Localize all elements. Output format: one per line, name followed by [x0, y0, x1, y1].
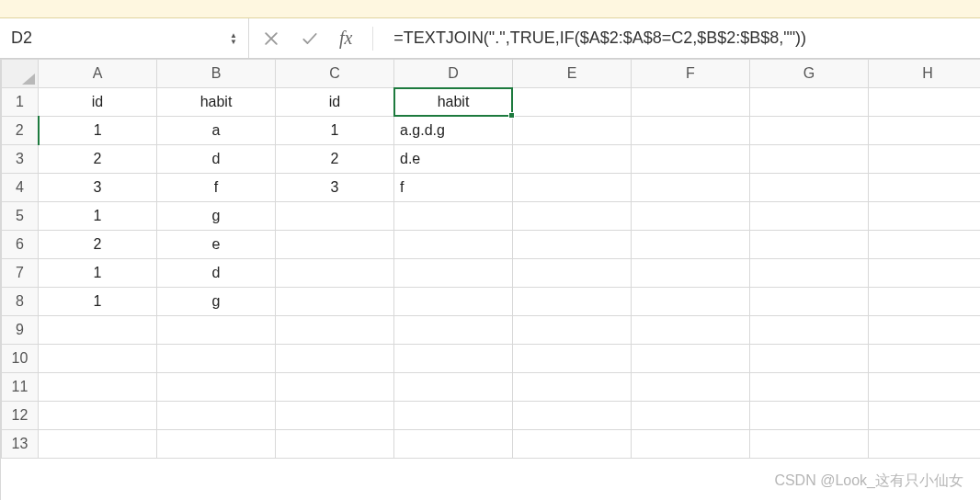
cell-G4[interactable] [750, 174, 869, 202]
cell-D7[interactable] [394, 259, 513, 288]
cell-B8[interactable]: g [157, 288, 276, 316]
row-head-10[interactable]: 10 [2, 345, 39, 373]
cell-B11[interactable] [157, 373, 276, 402]
formula-input[interactable] [386, 28, 980, 48]
cancel-icon[interactable] [262, 29, 280, 48]
cell-B9[interactable] [157, 316, 276, 345]
cell-A11[interactable] [39, 373, 157, 402]
col-head-A[interactable]: A [39, 60, 157, 88]
select-all-corner[interactable] [2, 60, 39, 88]
row-head-5[interactable]: 5 [2, 202, 39, 231]
cell-F13[interactable] [632, 430, 750, 459]
row-head-6[interactable]: 6 [2, 231, 39, 259]
col-head-E[interactable]: E [513, 60, 632, 88]
row-head-1[interactable]: 1 [2, 88, 39, 117]
fx-icon[interactable]: fx [339, 28, 352, 49]
cell-G13[interactable] [750, 430, 869, 459]
cell-G11[interactable] [750, 373, 869, 402]
cell-F9[interactable] [632, 316, 750, 345]
cell-E9[interactable] [513, 316, 632, 345]
cell-F5[interactable] [632, 202, 750, 231]
cell-C4[interactable]: 3 [276, 174, 394, 202]
col-head-C[interactable]: C [276, 60, 394, 88]
cell-E4[interactable] [513, 174, 632, 202]
cell-D11[interactable] [394, 373, 513, 402]
row-head-8[interactable]: 8 [2, 288, 39, 316]
cell-B2[interactable]: a [157, 117, 276, 145]
cell-H13[interactable] [869, 430, 981, 459]
cell-G2[interactable] [750, 117, 869, 145]
cell-B4[interactable]: f [157, 174, 276, 202]
spinner-down-icon[interactable]: ▼ [230, 39, 237, 45]
cell-F11[interactable] [632, 373, 750, 402]
cell-G12[interactable] [750, 402, 869, 430]
cell-H2[interactable] [869, 117, 981, 145]
name-box-spinner[interactable]: ▲ ▼ [230, 32, 237, 45]
cell-G8[interactable] [750, 288, 869, 316]
row-head-7[interactable]: 7 [2, 259, 39, 288]
cell-F12[interactable] [632, 402, 750, 430]
cell-E2[interactable] [513, 117, 632, 145]
cell-C11[interactable] [276, 373, 394, 402]
cell-G10[interactable] [750, 345, 869, 373]
cell-E8[interactable] [513, 288, 632, 316]
cells-table[interactable]: A B C D E F G H 1idhabitidhabit21a1a.g.d… [1, 59, 980, 459]
cell-D5[interactable] [394, 202, 513, 231]
cell-E13[interactable] [513, 430, 632, 459]
cell-F1[interactable] [632, 88, 750, 117]
cell-E10[interactable] [513, 345, 632, 373]
cell-F3[interactable] [632, 145, 750, 174]
col-head-G[interactable]: G [750, 60, 869, 88]
cell-D2[interactable]: a.g.d.g [394, 117, 513, 145]
cell-G1[interactable] [750, 88, 869, 117]
cell-C8[interactable] [276, 288, 394, 316]
cell-B12[interactable] [157, 402, 276, 430]
cell-D1[interactable]: habit [394, 88, 513, 117]
cell-A6[interactable]: 2 [39, 231, 157, 259]
cell-G6[interactable] [750, 231, 869, 259]
cell-E7[interactable] [513, 259, 632, 288]
cell-A8[interactable]: 1 [39, 288, 157, 316]
cell-E11[interactable] [513, 373, 632, 402]
row-head-11[interactable]: 11 [2, 373, 39, 402]
cell-A3[interactable]: 2 [39, 145, 157, 174]
cell-B1[interactable]: habit [157, 88, 276, 117]
row-head-13[interactable]: 13 [2, 430, 39, 459]
cell-G3[interactable] [750, 145, 869, 174]
cell-B5[interactable]: g [157, 202, 276, 231]
cell-E6[interactable] [513, 231, 632, 259]
name-box-input[interactable] [11, 28, 224, 48]
cell-F8[interactable] [632, 288, 750, 316]
cell-C5[interactable] [276, 202, 394, 231]
cell-H3[interactable] [869, 145, 981, 174]
col-head-H[interactable]: H [869, 60, 981, 88]
cell-A7[interactable]: 1 [39, 259, 157, 288]
cell-B6[interactable]: e [157, 231, 276, 259]
cell-C10[interactable] [276, 345, 394, 373]
cell-H7[interactable] [869, 259, 981, 288]
cell-A5[interactable]: 1 [39, 202, 157, 231]
cell-C3[interactable]: 2 [276, 145, 394, 174]
cell-F4[interactable] [632, 174, 750, 202]
row-head-12[interactable]: 12 [2, 402, 39, 430]
cell-D12[interactable] [394, 402, 513, 430]
cell-E12[interactable] [513, 402, 632, 430]
col-head-D[interactable]: D [394, 60, 513, 88]
cell-A10[interactable] [39, 345, 157, 373]
cell-H10[interactable] [869, 345, 981, 373]
confirm-icon[interactable] [301, 29, 319, 48]
grid[interactable]: A B C D E F G H 1idhabitidhabit21a1a.g.d… [1, 59, 980, 500]
cell-C6[interactable] [276, 231, 394, 259]
cell-G9[interactable] [750, 316, 869, 345]
cell-A2[interactable]: 1 [39, 117, 157, 145]
cell-F2[interactable] [632, 117, 750, 145]
row-head-9[interactable]: 9 [2, 316, 39, 345]
cell-C7[interactable] [276, 259, 394, 288]
cell-C1[interactable]: id [276, 88, 394, 117]
cell-D3[interactable]: d.e [394, 145, 513, 174]
cell-C12[interactable] [276, 402, 394, 430]
col-head-B[interactable]: B [157, 60, 276, 88]
cell-D9[interactable] [394, 316, 513, 345]
cell-B10[interactable] [157, 345, 276, 373]
cell-E5[interactable] [513, 202, 632, 231]
